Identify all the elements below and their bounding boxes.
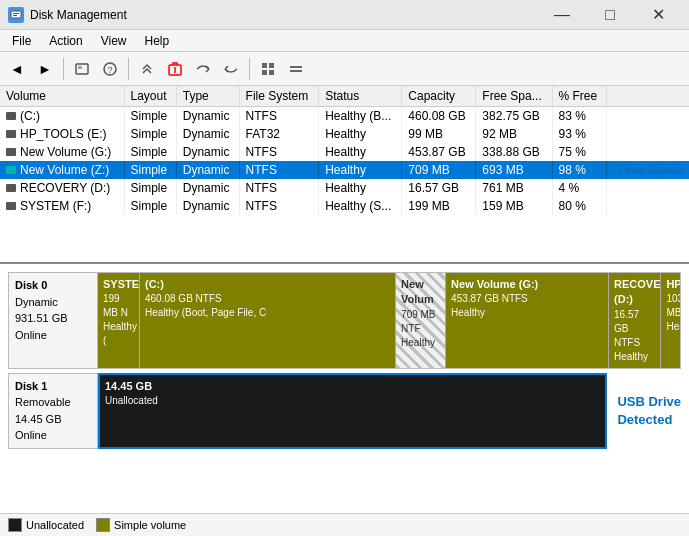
table-header-row: Volume Layout Type File System Status Ca… <box>0 86 689 107</box>
table-row[interactable]: (C:)SimpleDynamicNTFSHealthy (B...460.08… <box>0 107 689 126</box>
free-space-annotation-cell: Free Space <box>606 161 689 179</box>
svg-rect-2 <box>13 15 17 16</box>
toolbar-btn-8[interactable] <box>218 56 244 82</box>
partition-recovery-size: 16.57 GB NTFS <box>614 308 655 350</box>
table-row[interactable]: New Volume (G:)SimpleDynamicNTFSHealthy4… <box>0 143 689 161</box>
partition-hptools[interactable]: HP_TOC 103 MB Healthy <box>661 273 680 368</box>
col-pctfree[interactable]: % Free <box>552 86 606 107</box>
annotation-empty-cell <box>606 125 689 143</box>
annotation-empty-cell <box>606 107 689 126</box>
col-capacity[interactable]: Capacity <box>402 86 476 107</box>
menu-view[interactable]: View <box>93 32 135 50</box>
table-cell: RECOVERY (D:) <box>0 179 124 197</box>
table-cell: 460.08 GB <box>402 107 476 126</box>
svg-rect-10 <box>269 63 274 68</box>
partition-unallocated-label: Unallocated <box>105 394 600 408</box>
toolbar-btn-10[interactable] <box>283 56 309 82</box>
disk0-type: Dynamic <box>15 294 91 311</box>
disk1-status: Online <box>15 427 91 444</box>
delete-button[interactable] <box>162 56 188 82</box>
table-cell: 159 MB <box>476 197 552 215</box>
help-button[interactable]: ? <box>97 56 123 82</box>
partition-newvol[interactable]: New Volum 709 MB NTF Healthy <box>396 273 446 368</box>
table-cell: Dynamic <box>176 125 239 143</box>
svg-rect-12 <box>269 70 274 75</box>
table-row[interactable]: New Volume (Z:)SimpleDynamicNTFSHealthy7… <box>0 161 689 179</box>
separator-1 <box>63 58 64 80</box>
partition-recovery[interactable]: RECOVERY (D:) 16.57 GB NTFS Healthy <box>609 273 661 368</box>
legend-unallocated-label: Unallocated <box>26 519 84 531</box>
toolbar-btn-7[interactable] <box>190 56 216 82</box>
col-freespace[interactable]: Free Spa... <box>476 86 552 107</box>
usb-annotation: USB DriveDetected <box>607 373 681 449</box>
partition-system[interactable]: SYSTEM 199 MB N Healthy ( <box>98 273 140 368</box>
table-cell: Simple <box>124 107 176 126</box>
table-row[interactable]: HP_TOOLS (E:)SimpleDynamicFAT32Healthy99… <box>0 125 689 143</box>
svg-rect-4 <box>78 66 82 69</box>
col-status[interactable]: Status <box>319 86 402 107</box>
partition-c-name: (C:) <box>145 277 390 292</box>
table-cell: Healthy <box>319 179 402 197</box>
svg-rect-13 <box>290 66 302 68</box>
table-cell: 709 MB <box>402 161 476 179</box>
col-filesystem[interactable]: File System <box>239 86 319 107</box>
disk1-row: Disk 1 Removable 14.45 GB Online 14.45 G… <box>8 373 681 449</box>
table-cell: Dynamic <box>176 197 239 215</box>
col-volume[interactable]: Volume <box>0 86 124 107</box>
partition-newvol-name: New Volum <box>401 277 440 308</box>
disk-map-section: Disk 0 Dynamic 931.51 GB Online SYSTEM 1… <box>0 264 689 494</box>
table-cell: (C:) <box>0 107 124 126</box>
separator-3 <box>249 58 250 80</box>
forward-button[interactable]: ► <box>32 56 58 82</box>
partition-hptools-status: Healthy <box>666 320 675 334</box>
disk0-partitions: SYSTEM 199 MB N Healthy ( (C:) 460.08 GB… <box>98 272 681 369</box>
partition-unallocated[interactable]: 14.45 GB Unallocated <box>100 375 605 447</box>
partition-g-size: 453.87 GB NTFS <box>451 292 603 306</box>
table-cell: SYSTEM (F:) <box>0 197 124 215</box>
partition-system-status: Healthy ( <box>103 320 134 348</box>
table-cell: Healthy <box>319 125 402 143</box>
disk1-size: 14.45 GB <box>15 411 91 428</box>
partition-system-name: SYSTEM <box>103 277 134 292</box>
volume-table-section: Volume Layout Type File System Status Ca… <box>0 86 689 264</box>
table-cell: Dynamic <box>176 107 239 126</box>
table-cell: 16.57 GB <box>402 179 476 197</box>
partition-hptools-name: HP_TOC <box>666 277 675 292</box>
legend-simple: Simple volume <box>96 518 186 532</box>
partition-hptools-size: 103 MB <box>666 292 675 320</box>
toolbar-btn-5[interactable] <box>134 56 160 82</box>
partition-newvol-size: 709 MB NTF <box>401 308 440 336</box>
menu-file[interactable]: File <box>4 32 39 50</box>
table-cell: Simple <box>124 161 176 179</box>
toolbar-btn-3[interactable] <box>69 56 95 82</box>
col-layout[interactable]: Layout <box>124 86 176 107</box>
maximize-button[interactable]: □ <box>587 0 633 30</box>
back-button[interactable]: ◄ <box>4 56 30 82</box>
col-type[interactable]: Type <box>176 86 239 107</box>
disk1-name: Disk 1 <box>15 378 91 395</box>
close-button[interactable]: ✕ <box>635 0 681 30</box>
partition-c[interactable]: (C:) 460.08 GB NTFS Healthy (Boot, Page … <box>140 273 396 368</box>
table-cell: 83 % <box>552 107 606 126</box>
partition-g[interactable]: New Volume (G:) 453.87 GB NTFS Healthy <box>446 273 609 368</box>
minimize-button[interactable]: — <box>539 0 585 30</box>
toolbar-btn-9[interactable] <box>255 56 281 82</box>
table-cell: NTFS <box>239 107 319 126</box>
annotation-empty-cell <box>606 197 689 215</box>
table-cell: 98 % <box>552 161 606 179</box>
legend-unallocated: Unallocated <box>8 518 84 532</box>
table-cell: Dynamic <box>176 143 239 161</box>
legend-simple-label: Simple volume <box>114 519 186 531</box>
menu-help[interactable]: Help <box>137 32 178 50</box>
free-space-annotation: Free Space <box>613 163 683 177</box>
partition-c-size: 460.08 GB NTFS <box>145 292 390 306</box>
table-cell: Healthy (S... <box>319 197 402 215</box>
partition-unallocated-size: 14.45 GB <box>105 379 600 394</box>
table-row[interactable]: SYSTEM (F:)SimpleDynamicNTFSHealthy (S..… <box>0 197 689 215</box>
svg-rect-11 <box>262 70 267 75</box>
menu-action[interactable]: Action <box>41 32 90 50</box>
table-row[interactable]: RECOVERY (D:)SimpleDynamicNTFSHealthy16.… <box>0 179 689 197</box>
main-content: Volume Layout Type File System Status Ca… <box>0 86 689 536</box>
table-cell: Dynamic <box>176 161 239 179</box>
table-cell: Simple <box>124 125 176 143</box>
